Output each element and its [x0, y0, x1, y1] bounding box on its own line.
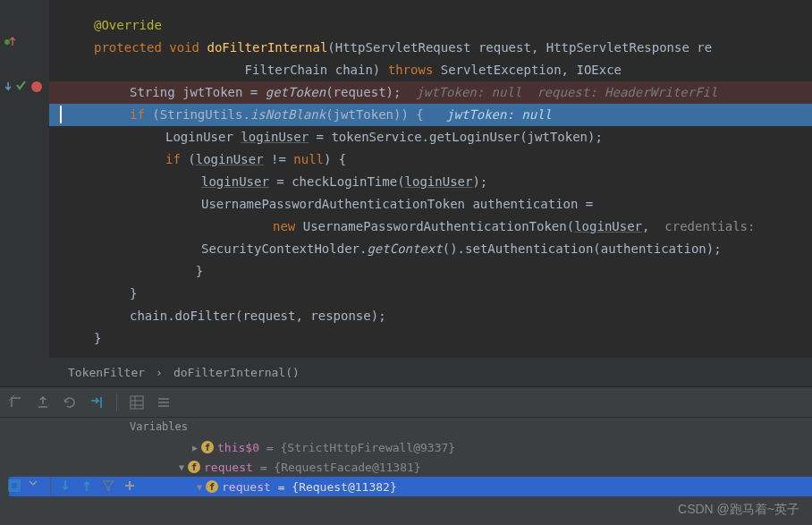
step-icon[interactable] [89, 395, 104, 410]
export-icon[interactable] [36, 395, 50, 410]
list-icon[interactable] [156, 395, 171, 410]
svg-point-0 [4, 39, 10, 45]
code-content[interactable]: @Override protected void doFilterInterna… [49, 0, 812, 358]
collapse-icon[interactable]: ▼ [179, 462, 184, 472]
vcs-modified-icon [4, 36, 16, 48]
expand-icon[interactable]: ▶ [192, 443, 198, 453]
debug-toolbar [0, 387, 812, 418]
breadcrumb-method[interactable]: doFilterInternal() [168, 366, 305, 379]
inline-hint: jwtToken: null request: HeaderWriterFil [416, 85, 717, 99]
svg-point-1 [31, 81, 42, 92]
param-hint: credentials: [664, 219, 755, 233]
breadcrumb-separator: › [150, 366, 168, 379]
frames-icon[interactable] [7, 478, 21, 493]
current-execution-line: if (StringUtils.isNotBlank(jwtToken)) { … [49, 104, 812, 126]
step-up-icon[interactable] [80, 478, 94, 493]
breakpoint-icon[interactable] [30, 80, 43, 93]
code-editor[interactable]: @Override protected void doFilterInterna… [0, 0, 812, 358]
filter-icon[interactable] [101, 478, 115, 493]
breadcrumb-class[interactable]: TokenFilter [63, 366, 150, 379]
checkmark-icon [16, 80, 29, 93]
step-down-icon[interactable] [58, 478, 72, 493]
field-badge-icon: f [201, 441, 214, 453]
inline-hint: jwtToken: null [446, 107, 552, 122]
editor-gutter [0, 0, 49, 358]
refresh-icon[interactable] [63, 395, 77, 410]
watermark: CSDN @跑马着~英子 [678, 502, 799, 518]
field-badge-icon: f [206, 480, 218, 493]
variables-tab[interactable]: Variables [0, 418, 812, 437]
separator [116, 394, 117, 411]
svg-rect-2 [131, 396, 143, 409]
debug-left-toolbar [0, 454, 148, 517]
annotation: @Override [94, 18, 162, 32]
dropdown-icon[interactable] [29, 478, 43, 493]
restore-layout-icon[interactable] [9, 395, 23, 410]
grid-icon[interactable] [130, 395, 144, 410]
breadcrumb[interactable]: TokenFilter › doFilterInternal() [0, 358, 812, 386]
separator [50, 477, 51, 495]
cursor [60, 106, 62, 123]
field-badge-icon: f [188, 461, 200, 473]
svg-rect-10 [11, 482, 18, 489]
collapse-icon[interactable]: ▼ [197, 482, 202, 492]
add-icon[interactable] [123, 478, 137, 493]
